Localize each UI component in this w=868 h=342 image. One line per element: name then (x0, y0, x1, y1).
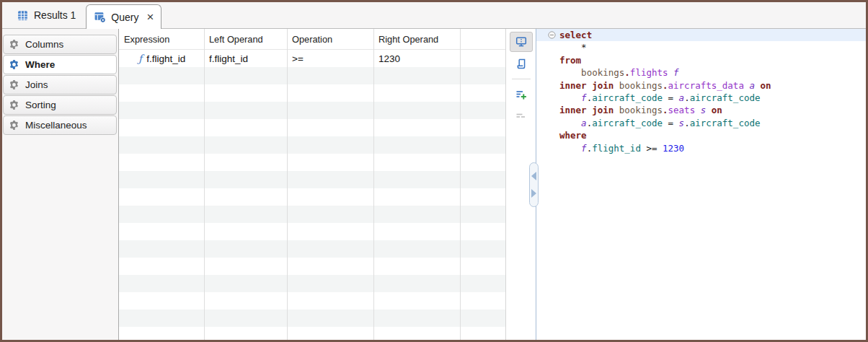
sql-line[interactable]: select (536, 29, 866, 41)
header-expression[interactable]: Expression (119, 34, 204, 45)
tab-results-label: Results 1 (34, 9, 76, 21)
query-builder-window: Results 1 Query × Columns Wher (0, 0, 868, 342)
sql-line[interactable]: f.flight_id >= 1230 (536, 142, 866, 154)
sidebar-item-label: Sorting (25, 100, 56, 110)
remove-expression-button[interactable] (510, 106, 533, 126)
sql-code[interactable]: select *from bookings.flights finner joi… (536, 29, 866, 154)
tab-query[interactable]: Query × (86, 4, 161, 29)
sql-line[interactable]: * (536, 41, 866, 53)
tab-query-label: Query (111, 12, 138, 23)
query-builder-content: Columns Where Joins Sorting Miscellaneou… (2, 29, 866, 340)
collapse-left-icon[interactable] (531, 172, 536, 180)
sidebar-item-columns[interactable]: Columns (3, 35, 117, 54)
cell-expression[interactable]: ƒf.flight_id (119, 53, 204, 64)
sql-preview-pane[interactable]: select *from bookings.flights finner joi… (536, 29, 866, 340)
cell-right-operand[interactable]: 1230 (373, 53, 460, 64)
query-builder-icon (94, 11, 106, 23)
table-header-row: Expression Left Operand Operation Right … (119, 29, 505, 50)
sql-line[interactable]: inner join bookings.aircrafts_data a on (536, 79, 866, 92)
collapse-right-icon[interactable] (531, 189, 536, 198)
query-sections-sidebar: Columns Where Joins Sorting Miscellaneou… (2, 29, 119, 340)
sql-line[interactable]: a.aircraft_code = s.aircraft_code (536, 117, 866, 129)
add-expression-button[interactable] (510, 84, 533, 105)
cell-operation[interactable]: >= (287, 53, 373, 64)
header-left-operand[interactable]: Left Operand (204, 34, 287, 45)
monitor-icon (515, 36, 527, 48)
gear-icon (9, 79, 19, 90)
preview-panel-button[interactable] (510, 32, 533, 52)
gear-icon (9, 39, 19, 50)
toolbar-separator (512, 79, 531, 79)
gear-icon (9, 100, 19, 110)
sidebar-item-label: Joins (25, 79, 48, 90)
gear-icon (9, 59, 19, 70)
sql-line[interactable]: inner join bookings.seats s on (536, 104, 866, 116)
sql-line[interactable]: where (536, 129, 866, 141)
empty-rows-area[interactable] (119, 67, 505, 340)
sidebar-item-joins[interactable]: Joins (3, 75, 117, 95)
table-row: ƒf.flight_id f.flight_id >= 1230 (119, 50, 505, 67)
sidebar-item-where[interactable]: Where (3, 55, 117, 74)
header-right-operand[interactable]: Right Operand (373, 34, 460, 45)
list-remove-icon (515, 110, 527, 122)
open-sql-editor-button[interactable] (510, 53, 533, 74)
scroll-icon (515, 58, 527, 69)
fold-collapse-icon[interactable] (548, 31, 556, 39)
where-conditions-table: Expression Left Operand Operation Right … (119, 29, 505, 340)
results-grid-icon (17, 9, 29, 22)
sql-line[interactable]: f.aircraft_code = a.aircraft_code (536, 92, 866, 104)
editor-tabbar: Results 1 Query × (2, 2, 866, 29)
header-operation[interactable]: Operation (287, 34, 373, 45)
sidebar-item-miscellaneous[interactable]: Miscellaneous (3, 115, 117, 135)
gear-icon (9, 120, 19, 131)
tab-results[interactable]: Results 1 (6, 2, 86, 28)
sql-line[interactable]: bookings.flights f (536, 66, 866, 79)
sql-line[interactable]: from (536, 54, 866, 66)
sidebar-item-label: Columns (25, 39, 63, 50)
list-plus-icon (515, 89, 527, 100)
sidebar-item-sorting[interactable]: Sorting (3, 95, 117, 115)
panel-sash[interactable] (529, 162, 539, 207)
close-icon[interactable]: × (146, 11, 154, 23)
sidebar-item-label: Where (25, 59, 55, 70)
cell-left-operand[interactable]: f.flight_id (204, 53, 287, 64)
sidebar-item-label: Miscellaneous (25, 120, 87, 131)
function-icon: ƒ (138, 53, 142, 64)
